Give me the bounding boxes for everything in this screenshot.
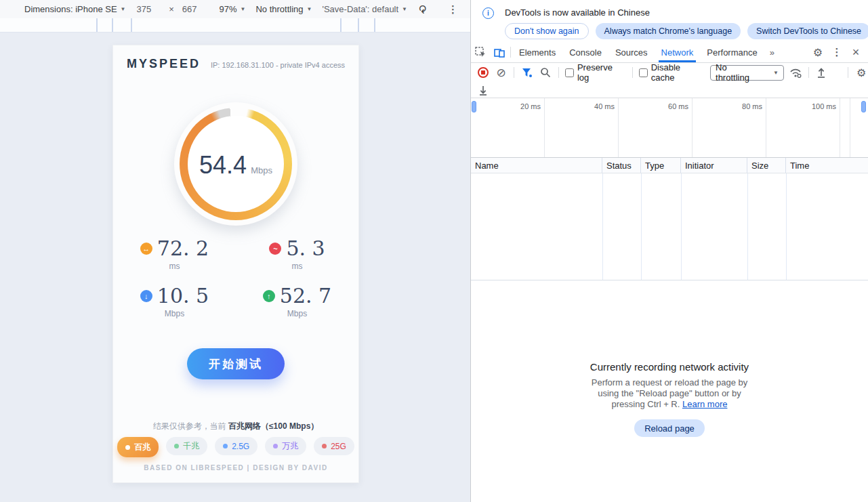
device-toolbar-more-button[interactable]: ⋮ [448,3,458,16]
throttling-select[interactable]: No throttling ▼ [710,65,784,81]
zoom-select[interactable]: 97% ▼ [220,4,246,14]
record-icon [478,67,489,78]
inspect-element-button[interactable] [471,42,490,62]
download-value: 10. 5 [157,284,209,308]
chip-label: 千兆 [183,440,199,452]
search-button[interactable] [539,66,552,79]
download-icon: ↓ [140,290,152,302]
stats-grid: ↔ 72. 2 ms ~ 5. 3 ms ↓ 10. 5 [113,236,358,331]
toggle-device-toolbar-button[interactable] [490,42,509,62]
ping-icon: ↔ [140,243,152,255]
tick-60ms: 60 ms [668,102,692,110]
language-infobar: i DevTools is now available in Chinese D… [471,0,868,42]
devtools-pane: i DevTools is now available in Chinese D… [470,0,868,502]
record-network-log-button[interactable] [476,66,490,79]
preserve-log-checkbox[interactable]: Preserve log [565,62,626,83]
network-overview-timeline[interactable]: 20 ms 40 ms 60 ms 80 ms 100 ms [471,98,868,158]
speed-gauge: 54.4 Mbps [174,102,297,226]
devtools-more-button[interactable]: ⋮ [827,46,846,58]
column-header-name[interactable]: Name [471,158,602,173]
filter-icon [522,68,533,78]
chip-1g[interactable]: 千兆 [166,437,207,455]
column-header-size[interactable]: Size [747,158,786,173]
empty-state-body: Perform a request or reload the page by … [471,377,868,410]
rotate-device-button[interactable]: ⟳ [417,4,426,15]
viewport-height-field[interactable]: 667 [182,4,197,14]
ip-address-text: IP: 192.168.31.100 - private IPv4 access [211,61,345,69]
chevron-down-icon: ▼ [773,70,779,76]
disable-cache-label: Disable cache [651,62,705,83]
app-logo: MYSPEED [127,57,201,71]
clear-network-log-button[interactable]: ⊘ [495,66,508,79]
filter-button[interactable] [520,66,534,79]
tab-elements[interactable]: Elements [512,42,562,62]
network-conditions-button[interactable] [789,66,802,79]
viewport-width-field[interactable]: 375 [137,4,152,14]
chevron-down-icon: ▼ [402,6,407,12]
preserve-log-input[interactable] [565,68,574,77]
column-header-initiator[interactable]: Initiator [681,158,747,173]
more-vert-icon: ⋮ [832,46,842,58]
column-header-type[interactable]: Type [641,158,681,173]
chip-100m[interactable]: 百兆 [117,437,159,457]
gear-icon: ⚙ [813,46,823,59]
jitter-unit: ms [236,262,358,271]
start-test-button[interactable]: 开始测试 [187,348,285,379]
more-tabs-button[interactable]: » [764,42,780,62]
reload-page-button[interactable]: Reload page [634,419,705,437]
tab-console[interactable]: Console [562,42,608,62]
speedtest-header: MYSPEED IP: 192.168.31.100 - private IPv… [127,57,345,71]
network-empty-state: Currently recording network activity Per… [471,361,868,437]
disable-cache-checkbox[interactable]: Disable cache [639,62,705,83]
column-header-status[interactable]: Status [602,158,641,173]
empty-state-title: Currently recording network activity [471,361,868,373]
chip-dot [322,444,327,448]
tab-network[interactable]: Network [655,42,701,62]
stat-jitter: ~ 5. 3 ms [236,236,358,271]
note-network-type: 百兆网络（≤100 Mbps） [228,421,318,431]
credits-footer: BASED ON LIBRESPEED | DESIGN BY DAVID [113,464,358,472]
switch-language-button[interactable]: Switch DevTools to Chinese [747,23,868,39]
network-settings-button[interactable]: ⚙ [854,66,868,79]
zoom-value: 97% [220,4,237,14]
devtools-settings-button[interactable]: ⚙ [808,46,827,59]
export-har-button[interactable] [476,83,490,97]
timeline-right-handle[interactable] [861,101,866,112]
ping-unit: ms [113,262,236,271]
import-har-button[interactable] [815,66,829,79]
match-language-button[interactable]: Always match Chrome's language [596,23,741,39]
timeline-left-handle[interactable] [472,101,476,112]
stat-ping: ↔ 72. 2 ms [113,236,236,271]
chip-2-5g[interactable]: 2.5G [215,437,257,455]
rotate-icon: ⟳ [417,5,428,14]
upload-value: 52. 7 [280,284,331,308]
disable-cache-input[interactable] [639,68,648,77]
tab-performance[interactable]: Performance [700,42,764,62]
note-prefix: 结果仅供参考，当前 [153,421,228,431]
stat-download: ↓ 10. 5 Mbps [113,284,236,318]
chip-25g[interactable]: 25G [314,437,354,455]
dimensions-select[interactable]: Dimensions: iPhone SE ▼ [24,4,126,14]
times-icon: × [169,4,174,14]
chip-10g[interactable]: 万兆 [265,437,306,455]
column-header-time[interactable]: Time [786,158,868,173]
devtools-close-button[interactable]: × [846,45,865,60]
chip-label: 2.5G [232,442,249,451]
tick-80ms: 80 ms [742,102,766,110]
result-note: 结果仅供参考，当前 百兆网络（≤100 Mbps） [113,421,358,432]
device-throttling-select[interactable]: No throttling ▼ [255,4,312,14]
search-icon [540,67,551,78]
stat-upload: ↑ 52. 7 Mbps [236,284,358,318]
upload-unit: Mbps [236,309,358,318]
save-data-value: 'Save-Data': default [322,4,398,14]
save-data-select[interactable]: 'Save-Data': default ▼ [322,4,407,14]
gear-icon: ⚙ [856,66,866,79]
tab-sources[interactable]: Sources [608,42,655,62]
download-unit: Mbps [113,309,236,318]
jitter-value: 5. 3 [286,236,325,260]
devtools-tab-bar: Elements Console Sources Network Perform… [471,42,868,63]
chip-label: 万兆 [282,440,298,452]
dont-show-again-button[interactable]: Don't show again [505,23,589,39]
learn-more-link[interactable]: Learn more [682,399,727,409]
request-table-body [471,173,868,280]
